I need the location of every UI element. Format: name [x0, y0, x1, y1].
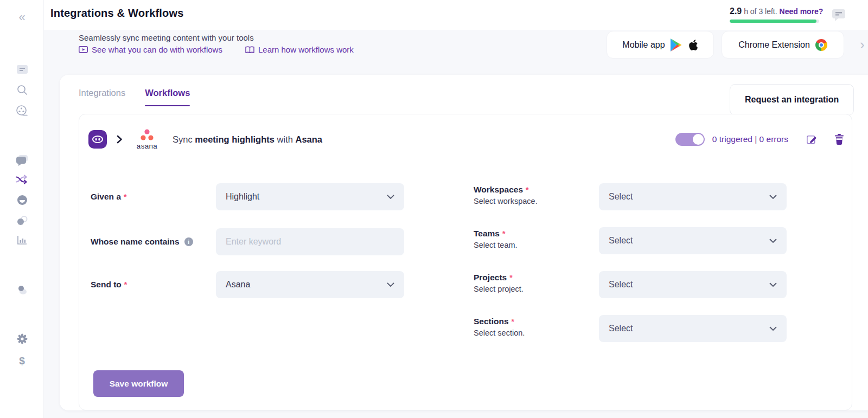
sidebar-item-billing[interactable]: $: [0, 352, 44, 370]
form-row-teams: Teams * Select team. Select: [79, 227, 852, 254]
book-icon: [245, 46, 254, 54]
form-row-sections: Sections * Select section. Select: [79, 315, 852, 342]
edit-pencil-icon: [806, 133, 818, 146]
trash-icon: [834, 133, 844, 145]
sidebar-item-topics[interactable]: [0, 211, 44, 230]
sidebar: «: [0, 0, 44, 418]
sidebar-collapse-button[interactable]: «: [0, 8, 44, 27]
projects-hint: Select project.: [474, 285, 524, 293]
workspaces-select[interactable]: Select: [599, 183, 787, 210]
sections-hint: Select section.: [474, 329, 525, 337]
workflow-actions: 0 triggered | 0 errors: [675, 133, 844, 146]
asana-dots-icon: [136, 129, 158, 141]
usage-hours: 2.9: [730, 7, 742, 16]
teams-hint: Select team.: [474, 241, 518, 249]
save-workflow-button[interactable]: Save workflow: [93, 370, 184, 397]
see-workflows-label: See what you can do with workflows: [92, 45, 222, 54]
tabs: Integrations Workflows: [79, 88, 190, 106]
workflow-title-sync: Sync: [173, 134, 193, 144]
delete-workflow-button[interactable]: [834, 133, 844, 145]
required-asterisk: *: [509, 273, 512, 282]
workflow-title-subject: meeting highlights: [195, 134, 275, 144]
notebook-icon: [16, 65, 28, 75]
sidebar-item-settings[interactable]: [0, 330, 44, 348]
usage-text: h of 3 left.: [744, 7, 777, 16]
request-integration-button[interactable]: Request an integration: [730, 84, 854, 115]
edit-workflow-button[interactable]: [806, 133, 818, 146]
workflow-enabled-toggle[interactable]: [675, 133, 705, 146]
required-asterisk: *: [512, 317, 514, 326]
mobile-app-button[interactable]: Mobile app: [607, 31, 714, 59]
asana-wordmark: asana: [133, 142, 161, 150]
workspaces-hint: Select workspace.: [474, 197, 538, 205]
feedback-button[interactable]: [832, 8, 846, 24]
intro-links: See what you can do with workflows Learn…: [79, 45, 354, 54]
sidebar-item-workflows[interactable]: [0, 170, 44, 189]
projects-value: Select: [609, 280, 633, 290]
chrome-icon: [815, 39, 827, 51]
google-play-icon: [671, 38, 682, 52]
chat-icon: [16, 155, 28, 166]
teams-select[interactable]: Select: [599, 227, 787, 254]
workflow-title-with: with: [277, 134, 293, 144]
chevron-down-icon: [769, 282, 777, 287]
smiley-icon: [16, 194, 28, 206]
required-asterisk: *: [502, 229, 505, 238]
circles-icon: [16, 215, 28, 226]
teams-value: Select: [609, 236, 633, 246]
learn-workflows-label: Learn how workflows work: [258, 45, 354, 54]
see-workflows-link[interactable]: See what you can do with workflows: [79, 45, 222, 54]
screen-play-icon: [79, 46, 88, 54]
feedback-bubble-icon: [832, 8, 846, 22]
tab-integrations[interactable]: Integrations: [79, 88, 125, 106]
sidebar-item-analytics[interactable]: [0, 231, 44, 249]
chevron-down-icon: [769, 326, 777, 331]
sections-value: Select: [609, 324, 633, 333]
sidebar-item-notebook[interactable]: [0, 60, 44, 79]
carousel-next-button[interactable]: ›: [860, 36, 865, 53]
chevron-down-icon: [769, 195, 777, 199]
need-more-link[interactable]: Need more?: [780, 7, 824, 16]
video-library-icon: [16, 105, 29, 117]
toggle-knob: [693, 134, 704, 145]
workspaces-value: Select: [609, 192, 633, 202]
chrome-extension-button[interactable]: Chrome Extension: [722, 31, 844, 59]
sections-select[interactable]: Select: [599, 315, 787, 342]
form-row-workspaces: Workspaces * Select workspace. Select: [79, 183, 852, 210]
usage-progress-fill: [730, 20, 816, 23]
teams-label: Teams * Select team.: [474, 229, 518, 249]
topbar: Integrations & Workflows 2.9 h of 3 left…: [0, 0, 868, 30]
main-content: Seamlessly sync meeting content with you…: [44, 30, 868, 418]
sidebar-item-sentiment[interactable]: [0, 191, 44, 209]
workflow-status: 0 triggered | 0 errors: [712, 134, 788, 144]
sidebar-item-video-library[interactable]: [0, 101, 44, 120]
sections-label: Sections * Select section.: [474, 317, 525, 337]
sidebar-item-team[interactable]: [0, 280, 44, 299]
learn-workflows-link[interactable]: Learn how workflows work: [245, 45, 354, 54]
projects-select[interactable]: Select: [599, 271, 787, 298]
bar-chart-icon: [17, 235, 28, 246]
chevron-right-icon: [114, 133, 125, 145]
workflow-expand-chevron[interactable]: [114, 133, 125, 145]
page-title: Integrations & Workflows: [50, 7, 184, 20]
usage-meter: 2.9 h of 3 left. Need more?: [730, 7, 819, 23]
shuffle-icon: [16, 175, 29, 184]
tab-workflows[interactable]: Workflows: [145, 88, 190, 106]
sidebar-item-search[interactable]: [0, 81, 44, 99]
integrations-card: Integrations Workflows Request an integr…: [60, 75, 868, 410]
mobile-app-label: Mobile app: [622, 40, 665, 50]
sidebar-item-chat[interactable]: [0, 151, 44, 169]
person-icon: [16, 284, 28, 295]
required-asterisk: *: [526, 185, 528, 194]
workflow-title: Sync meeting highlights with Asana: [173, 134, 322, 145]
intro-subtitle: Seamlessly sync meeting content with you…: [79, 33, 254, 42]
chevron-down-icon: [769, 239, 777, 243]
apple-icon: [688, 39, 698, 51]
workflow-header: asana Sync meeting highlights with Asana…: [88, 128, 844, 150]
projects-label: Projects * Select project.: [474, 273, 524, 293]
usage-progress-track: [730, 20, 819, 23]
fireflies-bot-icon: [88, 130, 107, 149]
workflow-container: asana Sync meeting highlights with Asana…: [79, 114, 852, 410]
workspaces-label: Workspaces * Select workspace.: [474, 185, 538, 205]
search-icon: [17, 85, 28, 95]
